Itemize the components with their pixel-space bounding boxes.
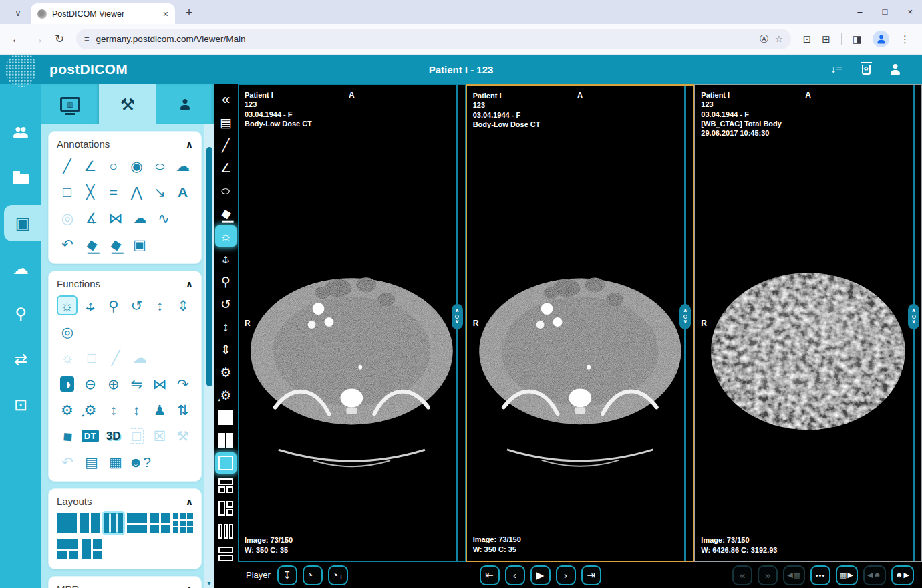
- collapse-section-button[interactable]: ∧: [186, 496, 193, 507]
- eraser-tool[interactable]: ◆: [215, 202, 237, 224]
- address-bar[interactable]: ≡ germany.postdicom.com/Viewer/Main Ⓐ ☆: [76, 29, 791, 49]
- save-image-button[interactable]: ▦: [105, 452, 126, 472]
- delete-button[interactable]: [859, 65, 873, 75]
- localizer-tool[interactable]: ◎: [57, 321, 78, 341]
- export-image-button[interactable]: ▤: [81, 452, 102, 472]
- next-image-button[interactable]: ›: [556, 565, 576, 585]
- ellipse-tool[interactable]: ○: [150, 156, 170, 176]
- circle-tool[interactable]: ○: [103, 156, 124, 176]
- speed-down-button[interactable]: ◔₋: [303, 565, 323, 585]
- tab-tools[interactable]: ⚒: [99, 84, 156, 124]
- zoom-out-button[interactable]: ⊖: [80, 374, 101, 394]
- zoom-in-button[interactable]: ⊕: [103, 374, 124, 394]
- close-tab-icon[interactable]: ×: [163, 9, 168, 19]
- translate-icon[interactable]: Ⓐ: [760, 33, 768, 45]
- sidebar-item-folders[interactable]: [0, 160, 41, 196]
- menu-icon[interactable]: ⋮: [900, 33, 910, 45]
- minimize-button[interactable]: –: [857, 7, 862, 17]
- viewport-2[interactable]: Patient I12303.04.1944 - FBody-Low Dose …: [466, 84, 695, 562]
- sort-button[interactable]: ↓≡: [830, 64, 843, 75]
- layout-1-2-bottom[interactable]: [215, 475, 237, 496]
- pan-tool[interactable]: ↔: [215, 248, 237, 269]
- layout-1x2[interactable]: [80, 513, 100, 533]
- query-person-button[interactable]: ☻?: [129, 452, 150, 472]
- save-annotations-button[interactable]: ▣: [129, 234, 150, 254]
- reload-button[interactable]: ↻: [49, 29, 69, 49]
- closed-freehand-tool[interactable]: ☁: [129, 208, 150, 228]
- play-button[interactable]: ▶: [530, 565, 551, 585]
- shrink-vertical-button[interactable]: ↨: [126, 400, 147, 420]
- layout-1-2-bottom[interactable]: [57, 539, 78, 559]
- sidebar-item-upload[interactable]: ☁: [0, 251, 41, 287]
- layout-1x2[interactable]: [215, 430, 237, 451]
- sidebar-item-share-screens[interactable]: ⊡: [0, 387, 41, 423]
- side-panel-icon[interactable]: ◨: [853, 33, 862, 45]
- flip-vertical-button[interactable]: ⋈: [150, 374, 170, 394]
- collapse-section-button[interactable]: ∧: [186, 279, 193, 289]
- viewport-3[interactable]: Patient I12303.04.1944 - F[WB_CTAC] Tota…: [694, 84, 922, 562]
- tab-patient-info[interactable]: [156, 84, 214, 124]
- layout-2x1[interactable]: [215, 543, 237, 565]
- new-tab-button[interactable]: +: [180, 4, 198, 21]
- erase-all-tool[interactable]: ◆: [105, 234, 126, 254]
- speed-up-button[interactable]: ◔₊: [328, 565, 348, 585]
- layout-3x3[interactable]: [173, 513, 193, 533]
- parallel-lines-tool[interactable]: =: [103, 182, 124, 202]
- site-settings-icon[interactable]: ≡: [84, 34, 90, 44]
- previous-image-button[interactable]: ‹: [505, 565, 525, 585]
- collapse-panel-button[interactable]: «: [215, 89, 237, 110]
- maximize-button[interactable]: □: [883, 7, 888, 17]
- layout-1x1[interactable]: [215, 407, 237, 428]
- actual-size-button[interactable]: ♟: [150, 400, 170, 420]
- forward-button[interactable]: →: [28, 29, 48, 49]
- eraser-tool[interactable]: ◆: [81, 234, 102, 254]
- window-level-tool[interactable]: ☼: [215, 225, 237, 247]
- viewport-1[interactable]: Patient I12303.04.1944 - FBody-Low Dose …: [238, 84, 466, 562]
- reset-button[interactable]: ⚙: [215, 361, 237, 383]
- more-button[interactable]: •••: [810, 565, 830, 585]
- angle-tool[interactable]: ∠: [215, 157, 237, 178]
- spline-tool[interactable]: ∿: [153, 208, 174, 228]
- scroll-down-icon[interactable]: ▾: [204, 579, 214, 587]
- collapse-section-button[interactable]: ∧: [186, 584, 193, 588]
- reset-wl-button[interactable]: ⚙: [215, 384, 237, 406]
- rectangle-roi-tool[interactable]: □: [57, 182, 78, 202]
- stack-scroll-tool[interactable]: ⇕: [172, 295, 193, 315]
- next-patient-button[interactable]: ☻▶: [891, 565, 914, 585]
- bookmark-icon[interactable]: ☆: [775, 34, 783, 44]
- report-button[interactable]: ▤: [215, 112, 237, 133]
- layout-1x3[interactable]: [215, 521, 237, 542]
- tab-search-button[interactable]: ∨: [9, 4, 27, 21]
- window-level-tool[interactable]: ☼: [57, 295, 78, 315]
- layout-1x1[interactable]: [57, 513, 77, 533]
- cobb-angle-tool[interactable]: ⋈: [105, 208, 126, 228]
- polyline-tool[interactable]: ⋀: [126, 182, 147, 202]
- sidebar-item-sync[interactable]: ⇄: [0, 341, 41, 378]
- undo-annotation-button[interactable]: ↶: [57, 234, 78, 254]
- threed-button[interactable]: 3D: [103, 426, 124, 446]
- extensions-icon[interactable]: ⊞: [822, 33, 830, 45]
- rotate-flip-button[interactable]: ↷: [172, 374, 193, 394]
- cross-ruler-tool[interactable]: ╳: [80, 182, 101, 202]
- series-scroll-handle[interactable]: ∧∨: [679, 304, 691, 329]
- layout-2x1[interactable]: [127, 513, 147, 533]
- ruler-tool[interactable]: ╱: [215, 134, 237, 156]
- scroll-tool[interactable]: ↕: [215, 316, 237, 337]
- screenshot-icon[interactable]: ⊡: [803, 33, 812, 45]
- sidebar-item-viewer[interactable]: ▣: [4, 205, 41, 241]
- bisect-angle-tool[interactable]: ∡: [81, 208, 102, 228]
- first-image-button[interactable]: ⇤: [480, 565, 500, 585]
- next-study-button[interactable]: ▦▶: [836, 565, 858, 585]
- shaded-circle-tool[interactable]: ◉: [126, 156, 147, 176]
- ellipse-tool[interactable]: ○: [215, 180, 237, 201]
- ruler-tool[interactable]: ╱: [57, 156, 78, 176]
- series-scroll-handle[interactable]: ∧∨: [908, 304, 919, 329]
- layout-1-2-right[interactable]: [215, 498, 237, 519]
- rotate-tool[interactable]: ↺: [126, 295, 147, 315]
- collapse-section-button[interactable]: ∧: [186, 139, 193, 150]
- last-image-button[interactable]: ⇥: [581, 565, 601, 585]
- back-button[interactable]: ←: [7, 29, 27, 49]
- sort-order-button[interactable]: ⇅: [172, 400, 193, 420]
- zoom-tool[interactable]: ⚲: [103, 295, 124, 315]
- flip-horizontal-button[interactable]: ⇋: [126, 374, 147, 394]
